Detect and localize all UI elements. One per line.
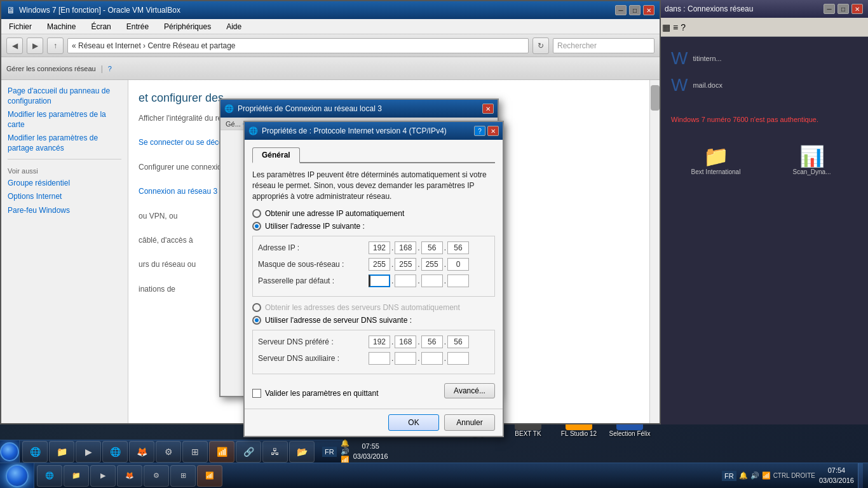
taskbar2-vpn[interactable]: 🔗 bbox=[236, 441, 261, 463]
avance-button[interactable]: Avancé... bbox=[444, 383, 495, 398]
right-icon-word1[interactable]: W titintern... bbox=[671, 48, 857, 69]
right-icon-word2[interactable]: W mail.docx bbox=[671, 75, 857, 95]
toolbar-label: Gérer les connexions réseau bbox=[6, 65, 96, 72]
mask-seg-1[interactable]: 255 bbox=[369, 258, 390, 271]
right-minimize-button[interactable]: ─ bbox=[824, 4, 835, 14]
radio-manual-ip[interactable]: Utiliser l'adresse IP suivante : bbox=[252, 222, 495, 231]
ip-seg-3[interactable]: 56 bbox=[421, 241, 443, 254]
radio-dns-auto[interactable]: Obtenir les adresses des serveurs DNS au… bbox=[252, 303, 495, 312]
taskbar-media[interactable]: ▶ bbox=[90, 465, 116, 487]
ok-button[interactable]: OK bbox=[388, 414, 439, 431]
ip-seg-4[interactable]: 56 bbox=[447, 241, 469, 254]
sidebar-link-share[interactable]: Modifier les paramètres de partage avanc… bbox=[8, 133, 121, 153]
menu-machine[interactable]: Machine bbox=[44, 21, 78, 32]
dns-aux-seg-3[interactable] bbox=[421, 352, 443, 365]
mask-seg-2[interactable]: 255 bbox=[395, 258, 416, 271]
toolbar-help[interactable]: ? bbox=[108, 65, 112, 72]
taskbar-ie[interactable]: 🌐 bbox=[37, 465, 62, 487]
taskbar2-apps[interactable]: ⊞ bbox=[182, 441, 208, 463]
tab-general[interactable]: Général bbox=[252, 147, 300, 163]
maximize-button[interactable]: □ bbox=[629, 5, 641, 15]
taskbar2-media[interactable]: ▶ bbox=[76, 441, 101, 463]
gw-seg-4[interactable] bbox=[447, 274, 469, 287]
ip-dot-1: . bbox=[391, 243, 393, 252]
dns-pref-input-group[interactable]: 192 . 168 . 56 . 56 bbox=[369, 336, 469, 348]
tcpip-icon: 🌐 bbox=[248, 126, 258, 135]
dialog-tcpip-help[interactable]: ? bbox=[474, 126, 485, 136]
checkbox-validate[interactable] bbox=[252, 389, 261, 398]
radio-group-dns: Obtenir les adresses des serveurs DNS au… bbox=[252, 303, 495, 325]
ip-seg-2[interactable]: 168 bbox=[395, 241, 416, 254]
address-bar[interactable]: « Réseau et Internet › Centre Réseau et … bbox=[67, 38, 529, 53]
menu-aide[interactable]: Aide bbox=[224, 21, 244, 32]
minimize-button[interactable]: ─ bbox=[615, 5, 627, 15]
gw-seg-1[interactable] bbox=[369, 274, 390, 287]
taskbar2-orange[interactable]: 📶 bbox=[209, 441, 234, 463]
menu-peripheriques[interactable]: Périphériques bbox=[161, 21, 214, 32]
scroll-track[interactable] bbox=[649, 80, 660, 423]
taskbar-xampp[interactable]: ⚙ bbox=[144, 465, 169, 487]
annuler-button[interactable]: Annuler bbox=[444, 414, 495, 431]
mask-seg-4[interactable]: 0 bbox=[447, 258, 469, 271]
radio-dns-manual[interactable]: Utiliser l'adresse de serveur DNS suivan… bbox=[252, 316, 495, 325]
radio-auto-ip[interactable]: Obtenir une adresse IP automatiquement bbox=[252, 209, 495, 218]
ip-input-group[interactable]: 192 . 168 . 56 . 56 bbox=[369, 241, 469, 254]
right-scan-icon[interactable]: 📊 Scan_Dyna... bbox=[767, 144, 857, 175]
right-toolbar-grid[interactable]: ▦ bbox=[662, 22, 670, 32]
main-window-title-text: Windows 7 [En fonction] - Oracle VM Virt… bbox=[19, 6, 180, 15]
refresh-button[interactable]: ↻ bbox=[532, 37, 549, 54]
right-close-button[interactable]: ✕ bbox=[851, 4, 863, 14]
dialog-tcpip-close[interactable]: ✕ bbox=[487, 126, 499, 136]
dns-aux-seg-1[interactable] bbox=[369, 352, 390, 365]
taskbar2: 🌐 📁 ▶ 🌐 🦊 ⚙ ⊞ 📶 🔗 🖧 📂 FR 🔔🔊📶 07:55 03/03… bbox=[0, 440, 343, 463]
menu-entree[interactable]: Entrée bbox=[124, 21, 151, 32]
taskbar2-folder[interactable]: 📁 bbox=[49, 441, 74, 463]
dns-aux-seg-2[interactable] bbox=[395, 352, 416, 365]
taskbar-firefox[interactable]: 🦊 bbox=[117, 465, 142, 487]
taskbar2-firefox[interactable]: 🦊 bbox=[129, 441, 154, 463]
taskbar2-xampp[interactable]: ⚙ bbox=[156, 441, 181, 463]
right-toolbar-list[interactable]: ≡ bbox=[673, 22, 678, 32]
menu-fichier[interactable]: Fichier bbox=[6, 21, 34, 32]
nav-back-button[interactable]: ◀ bbox=[6, 37, 23, 54]
sidebar-link-groupe[interactable]: Groupe résidentiel bbox=[8, 179, 121, 189]
taskbar-orange[interactable]: 📶 bbox=[197, 465, 222, 487]
sidebar-link-parefeu[interactable]: Pare-feu Windows bbox=[8, 206, 121, 216]
taskbar-explorer[interactable]: 📁 bbox=[64, 465, 89, 487]
dns-pref-seg-2[interactable]: 168 bbox=[395, 336, 416, 348]
taskbar2-start[interactable] bbox=[0, 440, 20, 463]
taskbar2-network[interactable]: 🖧 bbox=[262, 441, 288, 463]
nav-up-button[interactable]: ↑ bbox=[47, 37, 64, 54]
mask-seg-3[interactable]: 255 bbox=[421, 258, 443, 271]
checkbox-validate-row[interactable]: Valider les paramètres en quittant bbox=[252, 389, 379, 398]
dns-pref-seg-3[interactable]: 56 bbox=[421, 336, 443, 348]
nav-forward-button[interactable]: ▶ bbox=[27, 37, 43, 54]
sidebar-link-adapter[interactable]: Modifier les paramètres de la carte bbox=[8, 110, 121, 130]
scroll-thumb[interactable] bbox=[651, 85, 660, 111]
mask-input-group[interactable]: 255 . 255 . 255 . 0 bbox=[369, 258, 469, 271]
gw-dot-1: . bbox=[391, 276, 393, 285]
taskbar2-ie[interactable]: 🌐 bbox=[22, 441, 48, 463]
show-desktop-button[interactable] bbox=[858, 463, 863, 488]
taskbar2-folder2[interactable]: 📂 bbox=[289, 441, 315, 463]
right-maximize-button[interactable]: □ bbox=[837, 4, 849, 14]
dns-aux-input-group[interactable]: . . . bbox=[369, 352, 469, 365]
dns-aux-seg-4[interactable] bbox=[447, 352, 469, 365]
dns-pref-seg-1[interactable]: 192 bbox=[369, 336, 390, 348]
taskbar2-chrome[interactable]: 🌐 bbox=[102, 441, 128, 463]
gw-seg-2[interactable] bbox=[395, 274, 416, 287]
right-toolbar-help[interactable]: ? bbox=[681, 22, 686, 32]
right-folder-icon[interactable]: 📁 Bext International bbox=[671, 144, 761, 175]
menu-ecran[interactable]: Écran bbox=[88, 21, 113, 32]
gateway-input-group[interactable]: . . . bbox=[369, 274, 469, 287]
taskbar-apps[interactable]: ⊞ bbox=[170, 465, 196, 487]
ip-seg-1[interactable]: 192 bbox=[369, 241, 390, 254]
dialog-connexion-close[interactable]: ✕ bbox=[482, 104, 494, 114]
search-input[interactable]: Rechercher bbox=[553, 38, 654, 53]
dns-pref-seg-4[interactable]: 56 bbox=[447, 336, 469, 348]
sidebar-link-options[interactable]: Options Internet bbox=[8, 192, 121, 202]
gw-seg-3[interactable] bbox=[421, 274, 443, 287]
close-button[interactable]: ✕ bbox=[643, 5, 654, 15]
sidebar-link-home[interactable]: Page d'accueil du panneau de configurati… bbox=[8, 86, 121, 106]
start-button[interactable] bbox=[0, 463, 34, 489]
